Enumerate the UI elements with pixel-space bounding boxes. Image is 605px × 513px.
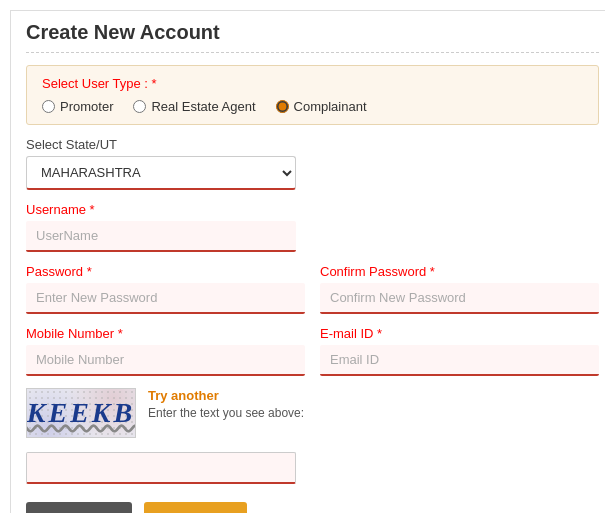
radio-group: Promoter Real Estate Agent Complainant — [42, 99, 583, 114]
password-col: Password * — [26, 264, 305, 314]
username-label: Username * — [26, 202, 599, 217]
radio-complainant-input[interactable] — [276, 100, 289, 113]
mobile-label: Mobile Number * — [26, 326, 305, 341]
page-container: Create New Account Select User Type : * … — [10, 10, 605, 513]
radio-real-estate-agent-label: Real Estate Agent — [151, 99, 255, 114]
go-to-login-button[interactable]: Go to Login — [144, 502, 247, 513]
mobile-input[interactable] — [26, 345, 305, 376]
password-label: Password * — [26, 264, 305, 279]
captcha-input[interactable] — [26, 452, 296, 484]
state-field-group: Select State/UT MAHARASHTRA DELHI KARNAT… — [26, 137, 599, 190]
captcha-text: KEEKB — [27, 397, 135, 429]
captcha-text-area: Try another Enter the text you see above… — [148, 388, 304, 422]
username-input[interactable] — [26, 221, 296, 252]
user-type-box: Select User Type : * Promoter Real Estat… — [26, 65, 599, 125]
radio-complainant-label: Complainant — [294, 99, 367, 114]
radio-complainant[interactable]: Complainant — [276, 99, 367, 114]
email-label: E-mail ID * — [320, 326, 599, 341]
radio-promoter[interactable]: Promoter — [42, 99, 113, 114]
confirm-password-col: Confirm Password * — [320, 264, 599, 314]
radio-promoter-input[interactable] — [42, 100, 55, 113]
captcha-section: KEEKB Try another Enter the text you see… — [26, 388, 599, 438]
try-another-link[interactable]: Try another — [148, 388, 304, 403]
mobile-email-row: Mobile Number * E-mail ID * — [26, 326, 599, 376]
password-input[interactable] — [26, 283, 305, 314]
radio-real-estate-agent-input[interactable] — [133, 100, 146, 113]
button-row: Create User Go to Login — [26, 502, 599, 513]
captcha-image: KEEKB — [26, 388, 136, 438]
confirm-password-input[interactable] — [320, 283, 599, 314]
mobile-col: Mobile Number * — [26, 326, 305, 376]
password-row: Password * Confirm Password * — [26, 264, 599, 314]
email-input[interactable] — [320, 345, 599, 376]
page-title: Create New Account — [26, 21, 599, 53]
state-select[interactable]: MAHARASHTRA DELHI KARNATAKA TAMIL NADU G… — [26, 156, 296, 190]
user-type-label: Select User Type : * — [42, 76, 583, 91]
radio-real-estate-agent[interactable]: Real Estate Agent — [133, 99, 255, 114]
confirm-password-label: Confirm Password * — [320, 264, 599, 279]
state-label: Select State/UT — [26, 137, 599, 152]
captcha-instruction: Enter the text you see above: — [148, 405, 304, 422]
captcha-input-group — [26, 452, 599, 496]
email-col: E-mail ID * — [320, 326, 599, 376]
username-field-group: Username * — [26, 202, 599, 252]
create-user-button[interactable]: Create User — [26, 502, 132, 513]
radio-promoter-label: Promoter — [60, 99, 113, 114]
